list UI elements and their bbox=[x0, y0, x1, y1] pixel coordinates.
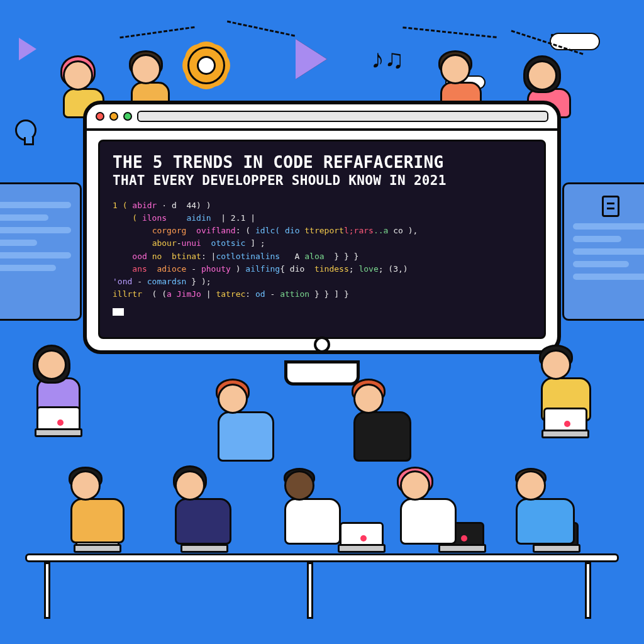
laptop-icon bbox=[36, 406, 80, 434]
cloud-icon bbox=[550, 33, 600, 50]
developer-illustration bbox=[284, 470, 341, 545]
side-panel-right bbox=[562, 182, 644, 321]
music-note-icon: ♪♫ bbox=[371, 44, 404, 74]
code-editor: THE 5 TRENDS IN CODE REFAFACERING THAT E… bbox=[98, 140, 546, 339]
code-line: ans adioce - phouty ) ailfing{ dio tinde… bbox=[113, 263, 531, 275]
zoom-icon[interactable] bbox=[123, 112, 132, 121]
address-bar[interactable] bbox=[137, 111, 548, 122]
window-titlebar bbox=[87, 104, 557, 131]
desk-leg bbox=[585, 562, 591, 619]
arrow-icon bbox=[227, 21, 295, 37]
close-icon[interactable] bbox=[96, 112, 104, 121]
arrow-icon bbox=[119, 26, 194, 39]
developer-illustration bbox=[516, 470, 575, 545]
gear-icon bbox=[187, 47, 225, 84]
developer-illustration bbox=[400, 470, 457, 545]
monitor-stand bbox=[284, 360, 360, 386]
play-icon bbox=[296, 39, 327, 79]
developer-illustration bbox=[175, 470, 231, 545]
code-line: illrtr ( (a JimJo | tatrec: od - attion … bbox=[113, 288, 531, 301]
document-icon bbox=[602, 196, 619, 217]
monitor: THE 5 TRENDS IN CODE REFAFACERING THAT E… bbox=[83, 101, 561, 354]
minimize-icon[interactable] bbox=[109, 112, 118, 121]
arrow-icon bbox=[511, 30, 583, 55]
code-line: abour-unui ototsic ] ; bbox=[113, 237, 531, 250]
play-icon bbox=[19, 38, 36, 60]
developer-illustration bbox=[353, 384, 411, 462]
code-line: 1 ( abidr · d 44) ) bbox=[113, 199, 531, 212]
code-line: corgorg ovifland: ( idlc( dio ttreportl;… bbox=[113, 225, 531, 237]
developer-illustration bbox=[70, 470, 125, 543]
code-block: 1 ( abidr · d 44) ) ( ilons aidin | 2.1 … bbox=[113, 199, 531, 301]
developer-illustration bbox=[541, 350, 591, 421]
code-line: ood no btinat: |cotlotinalins A aloa } }… bbox=[113, 250, 531, 263]
code-line: 'ond - comardsn } ); bbox=[113, 275, 531, 288]
desk-leg bbox=[44, 562, 50, 619]
side-panel-left bbox=[0, 182, 82, 321]
arrow-icon bbox=[402, 26, 496, 38]
text-cursor bbox=[113, 308, 124, 316]
home-button-icon bbox=[314, 336, 330, 353]
article-title-line2: THAT EVERY DEVELOPPER SHOULD KNOW IN 202… bbox=[113, 173, 531, 188]
code-line: ( ilons aidin | 2.1 | bbox=[113, 212, 531, 225]
desk bbox=[25, 553, 619, 562]
article-title-line1: THE 5 TRENDS IN CODE REFAFACERING bbox=[113, 153, 531, 172]
laptop-icon bbox=[340, 522, 384, 550]
developer-illustration bbox=[218, 384, 274, 462]
lightbulb-icon bbox=[15, 119, 36, 141]
developer-illustration bbox=[36, 350, 80, 421]
laptop-icon bbox=[543, 408, 587, 435]
desk-leg bbox=[307, 562, 313, 619]
